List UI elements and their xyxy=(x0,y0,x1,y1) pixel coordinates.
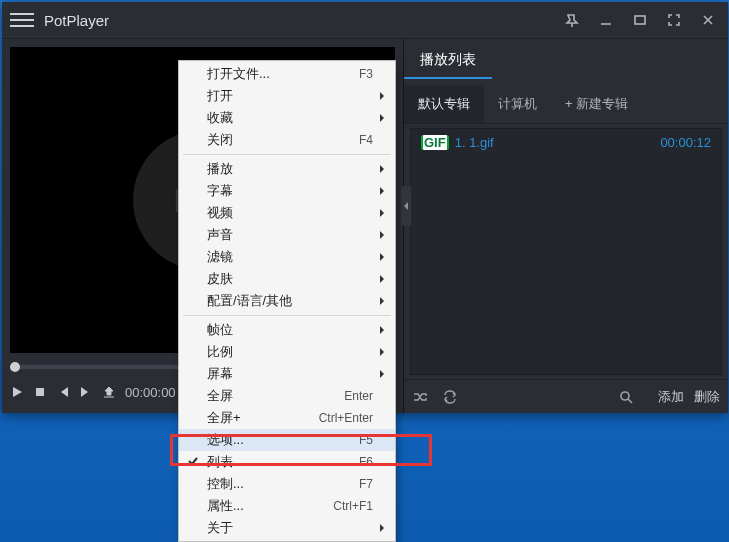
submenu-arrow-icon xyxy=(373,162,385,177)
playlist-item-duration: 00:00:12 xyxy=(660,135,711,150)
menu-item[interactable]: 播放 xyxy=(179,158,395,180)
menu-separator xyxy=(183,315,391,316)
menu-item[interactable]: 字幕 xyxy=(179,180,395,202)
menu-item[interactable]: 滤镜 xyxy=(179,246,395,268)
submenu-arrow-icon xyxy=(373,323,385,338)
playlist-list[interactable]: GIF 1. 1.gif 00:00:12 xyxy=(410,128,722,375)
app-title: PotPlayer xyxy=(44,12,564,29)
menu-item[interactable]: 打开 xyxy=(179,85,395,107)
menu-item-accelerator: Ctrl+F1 xyxy=(333,499,373,513)
album-computer[interactable]: 计算机 xyxy=(484,85,551,123)
menu-icon[interactable] xyxy=(10,8,34,32)
add-button[interactable]: 添加 xyxy=(658,388,684,406)
menu-item[interactable]: 控制...F7 xyxy=(179,473,395,495)
submenu-arrow-icon xyxy=(373,184,385,199)
menu-item[interactable]: 视频 xyxy=(179,202,395,224)
menu-item[interactable]: 打开文件...F3 xyxy=(179,63,395,85)
menu-item[interactable]: 列表...F6 xyxy=(179,451,395,473)
playlist-tabs: 播放列表 xyxy=(404,39,728,79)
menu-item[interactable]: 配置/语言/其他 xyxy=(179,290,395,312)
shuffle-icon[interactable] xyxy=(412,389,428,405)
search-icon[interactable] xyxy=(618,389,634,405)
submenu-arrow-icon xyxy=(373,89,385,104)
repeat-icon[interactable] xyxy=(442,389,458,405)
menu-item[interactable]: 屏幕 xyxy=(179,363,395,385)
menu-item-label: 帧位 xyxy=(207,321,373,339)
menu-item[interactable]: 声音 xyxy=(179,224,395,246)
svg-point-5 xyxy=(621,392,629,400)
submenu-arrow-icon xyxy=(373,345,385,360)
menu-item-label: 关于 xyxy=(207,519,373,537)
close-icon[interactable] xyxy=(700,12,716,28)
menu-item-accelerator: F6 xyxy=(359,455,373,469)
svg-rect-4 xyxy=(36,388,44,396)
menu-item-label: 视频 xyxy=(207,204,373,222)
menu-item-label: 全屏+ xyxy=(207,409,311,427)
submenu-arrow-icon xyxy=(373,206,385,221)
window-buttons xyxy=(564,12,716,28)
album-default[interactable]: 默认专辑 xyxy=(404,85,484,123)
menu-item-accelerator: Ctrl+Enter xyxy=(319,411,373,425)
menu-item-label: 字幕 xyxy=(207,182,373,200)
menu-item-accelerator: F7 xyxy=(359,477,373,491)
titlebar: PotPlayer xyxy=(2,2,728,38)
tab-playlist[interactable]: 播放列表 xyxy=(404,43,492,79)
svg-rect-1 xyxy=(635,16,645,24)
menu-item[interactable]: 比例 xyxy=(179,341,395,363)
svg-line-6 xyxy=(628,399,632,403)
menu-item-label: 屏幕 xyxy=(207,365,373,383)
minimize-icon[interactable] xyxy=(598,12,614,28)
menu-item-label: 配置/语言/其他 xyxy=(207,292,373,310)
panel-collapse-handle[interactable] xyxy=(401,186,411,226)
album-tabs: 默认专辑 计算机 + 新建专辑 xyxy=(404,85,728,124)
menu-item-label: 播放 xyxy=(207,160,373,178)
menu-item[interactable]: 属性...Ctrl+F1 xyxy=(179,495,395,517)
menu-item[interactable]: 帧位 xyxy=(179,319,395,341)
play-icon[interactable] xyxy=(10,385,24,399)
submenu-arrow-icon xyxy=(373,272,385,287)
prev-icon[interactable] xyxy=(56,385,70,399)
submenu-arrow-icon xyxy=(373,250,385,265)
playlist-item[interactable]: GIF 1. 1.gif 00:00:12 xyxy=(411,129,721,156)
pin-icon[interactable] xyxy=(564,12,580,28)
menu-item[interactable]: 选项...F5 xyxy=(179,429,395,451)
menu-item-accelerator: F5 xyxy=(359,433,373,447)
context-menu[interactable]: 打开文件...F3打开收藏关闭F4播放字幕视频声音滤镜皮肤配置/语言/其他帧位比… xyxy=(178,60,396,542)
menu-item-label: 控制... xyxy=(207,475,351,493)
menu-item-accelerator: F4 xyxy=(359,133,373,147)
menu-item-label: 比例 xyxy=(207,343,373,361)
menu-item[interactable]: 收藏 xyxy=(179,107,395,129)
menu-item[interactable]: 皮肤 xyxy=(179,268,395,290)
menu-item-label: 关闭 xyxy=(207,131,351,149)
menu-item-accelerator: F3 xyxy=(359,67,373,81)
menu-item-label: 收藏 xyxy=(207,109,373,127)
submenu-arrow-icon xyxy=(373,367,385,382)
menu-item[interactable]: 关于 xyxy=(179,517,395,539)
seek-knob[interactable] xyxy=(10,362,20,372)
submenu-arrow-icon xyxy=(373,228,385,243)
menu-item-label: 打开 xyxy=(207,87,373,105)
menu-item-label: 打开文件... xyxy=(207,65,351,83)
menu-item-accelerator: Enter xyxy=(344,389,373,403)
menu-item[interactable]: 全屏+Ctrl+Enter xyxy=(179,407,395,429)
open-icon[interactable] xyxy=(102,385,116,399)
menu-item-label: 列表... xyxy=(207,453,351,471)
fullscreen-icon[interactable] xyxy=(666,12,682,28)
menu-item-label: 属性... xyxy=(207,497,325,515)
gif-icon: GIF xyxy=(421,135,449,150)
stop-icon[interactable] xyxy=(33,385,47,399)
playlist-footer: 添加 删除 xyxy=(404,379,728,413)
submenu-arrow-icon xyxy=(373,111,385,126)
submenu-arrow-icon xyxy=(373,521,385,536)
menu-item[interactable]: 关闭F4 xyxy=(179,129,395,151)
album-new[interactable]: + 新建专辑 xyxy=(551,85,642,123)
menu-item[interactable]: 全屏Enter xyxy=(179,385,395,407)
menu-item-label: 滤镜 xyxy=(207,248,373,266)
maximize-icon[interactable] xyxy=(632,12,648,28)
next-icon[interactable] xyxy=(79,385,93,399)
menu-separator xyxy=(183,154,391,155)
current-time: 00:00:00 xyxy=(125,385,176,400)
menu-item-label: 选项... xyxy=(207,431,351,449)
menu-item-label: 声音 xyxy=(207,226,373,244)
delete-button[interactable]: 删除 xyxy=(694,388,720,406)
